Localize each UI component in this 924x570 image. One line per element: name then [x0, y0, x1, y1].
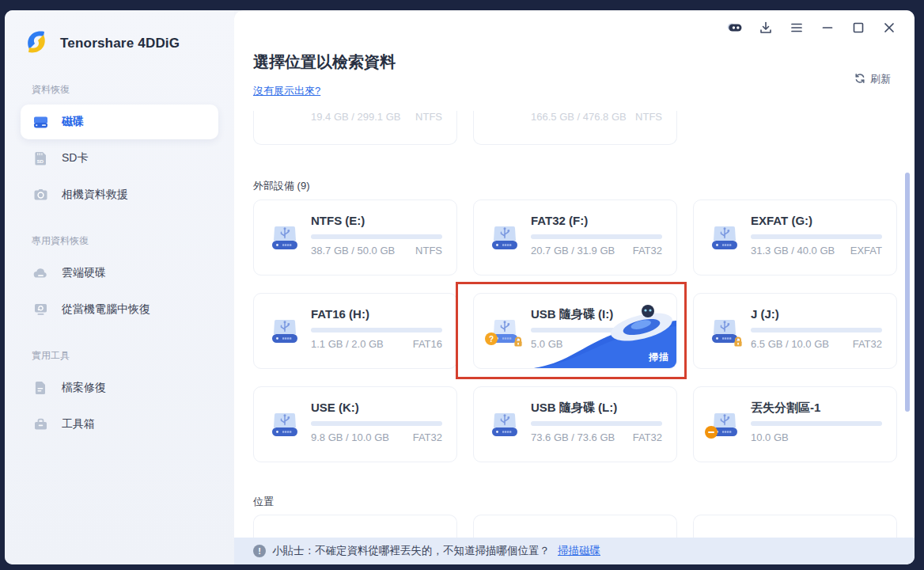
sidebar-item-camera[interactable]: 相機資料救援	[21, 177, 218, 212]
sidebar-item-sd-card[interactable]: SDSD卡	[21, 141, 218, 176]
menu-icon[interactable]	[789, 20, 805, 36]
titlebar	[727, 20, 897, 36]
sidebar-item-label: 磁碟	[62, 115, 84, 129]
capacity-bar	[751, 421, 882, 426]
crashed-computer-icon	[32, 301, 49, 318]
sidebar-item-toolbox[interactable]: 工具箱	[21, 407, 218, 442]
sidebar-section-label: 資料恢復	[32, 83, 207, 97]
usb-drive-icon	[268, 221, 301, 254]
app-logo-icon	[21, 26, 52, 61]
minimize-icon[interactable]	[820, 20, 835, 36]
info-icon: !	[253, 545, 266, 557]
minus-badge-icon	[705, 426, 718, 439]
partial-bottom-row	[253, 515, 897, 538]
device-card[interactable]: USE (K:)9.8 GB / 10.0 GBFAT32	[253, 386, 457, 462]
sidebar-item-label: 工具箱	[62, 417, 95, 431]
device-capacity: 73.6 GB / 73.6 GB	[531, 431, 615, 443]
device-card[interactable]: ?USB 隨身碟 (I:)5.0 GB掃描	[473, 293, 677, 369]
device-card[interactable]: 丟失分割區-110.0 GB	[693, 386, 897, 462]
logo-row: Tenorshare 4DDiG	[21, 26, 218, 61]
tip-text: 小貼士：不確定資料從哪裡丟失的，不知道掃描哪個位置？	[272, 544, 550, 558]
device-name: FAT16 (H:)	[311, 307, 369, 321]
device-filesystem: FAT32	[633, 245, 662, 256]
capacity-bar	[311, 234, 442, 239]
usb-drive-icon	[708, 221, 741, 254]
sidebar-section-label: 專用資料恢復	[32, 234, 207, 248]
sidebar: Tenorshare 4DDiG 資料恢復磁碟SDSD卡相機資料救援專用資料恢復…	[5, 10, 234, 564]
capacity-bar	[311, 328, 442, 332]
partial-device-card[interactable]: 19.4 GB / 299.1 GBNTFS	[253, 111, 457, 145]
usb-drive-icon	[268, 314, 301, 348]
usb-drive-icon	[708, 408, 741, 441]
device-filesystem: FAT16	[413, 338, 442, 350]
device-filesystem: EXFAT	[850, 245, 882, 256]
device-filesystem: NTFS	[635, 111, 662, 123]
sidebar-section-label: 實用工具	[32, 349, 207, 363]
usb-drive-icon	[708, 314, 741, 348]
sidebar-item-crashed-computer[interactable]: 從當機電腦中恢復	[21, 292, 218, 327]
device-card[interactable]: NTFS (E:)38.7 GB / 50.0 GBNTFS	[253, 200, 457, 276]
download-icon[interactable]	[758, 20, 774, 36]
device-name: J (J:)	[751, 307, 779, 321]
camera-icon	[32, 186, 49, 203]
device-capacity: 1.1 GB / 2.0 GB	[311, 338, 384, 350]
device-filesystem: FAT32	[413, 431, 442, 443]
capacity-bar	[751, 328, 882, 332]
bot-icon[interactable]	[727, 20, 743, 36]
device-capacity: 31.3 GB / 40.0 GB	[751, 245, 835, 256]
device-filesystem: FAT32	[853, 338, 882, 350]
partial-top-row: 19.4 GB / 299.1 GBNTFS166.5 GB / 476.8 G…	[253, 111, 677, 145]
device-list-area: 19.4 GB / 299.1 GBNTFS166.5 GB / 476.8 G…	[234, 10, 915, 538]
device-name: 丟失分割區-1	[751, 401, 820, 416]
device-capacity: 6.5 GB / 10.0 GB	[751, 338, 829, 350]
device-filesystem: FAT32	[633, 431, 662, 443]
capacity-bar	[311, 421, 442, 426]
device-capacity: 166.5 GB / 476.8 GB	[531, 111, 627, 123]
partial-device-card[interactable]: 166.5 GB / 476.8 GBNTFS	[473, 111, 677, 145]
device-card[interactable]: FAT32 (F:)20.7 GB / 31.9 GBFAT32	[473, 200, 677, 276]
maximize-icon[interactable]	[850, 20, 866, 36]
close-icon[interactable]	[881, 20, 897, 36]
device-capacity: 9.8 GB / 10.0 GB	[311, 431, 389, 443]
scan-disk-link[interactable]: 掃描磁碟	[558, 544, 600, 558]
sidebar-item-cloud-drive[interactable]: 雲端硬碟	[21, 256, 218, 291]
question-badge-icon: ?	[485, 332, 498, 345]
sidebar-item-label: 相機資料救援	[62, 188, 128, 202]
device-card[interactable]: FAT16 (H:)1.1 GB / 2.0 GBFAT16	[253, 293, 457, 369]
scan-button[interactable]: 掃描	[649, 351, 669, 364]
toolbox-icon	[32, 416, 49, 433]
usb-drive-icon	[268, 408, 301, 441]
app-window: Tenorshare 4DDiG 資料恢復磁碟SDSD卡相機資料救援專用資料恢復…	[5, 10, 915, 564]
partial-location-card[interactable]	[693, 515, 897, 538]
device-name: FAT32 (F:)	[531, 214, 588, 227]
sidebar-item-file-repair[interactable]: 檔案修復	[21, 370, 218, 405]
disk-icon	[32, 113, 49, 131]
lock-badge-icon	[733, 336, 744, 348]
device-name: USE (K:)	[311, 401, 359, 414]
vertical-scrollbar[interactable]	[905, 173, 910, 412]
device-card[interactable]: J (J:)6.5 GB / 10.0 GBFAT32	[693, 293, 897, 369]
device-grid: NTFS (E:)38.7 GB / 50.0 GBNTFSFAT32 (F:)…	[253, 200, 897, 462]
device-card[interactable]: EXFAT (G:)31.3 GB / 40.0 GBEXFAT	[693, 200, 897, 276]
device-capacity: 10.0 GB	[751, 431, 789, 443]
sd-card-icon: SD	[32, 150, 49, 167]
location-section-label: 位置	[253, 495, 274, 509]
device-name: NTFS (E:)	[311, 214, 365, 227]
device-card[interactable]: USB 隨身碟 (L:)73.6 GB / 73.6 GBFAT32	[473, 386, 677, 462]
device-name: USB 隨身碟 (L:)	[531, 401, 617, 416]
sidebar-item-label: SD卡	[62, 151, 88, 165]
sidebar-item-disk[interactable]: 磁碟	[21, 104, 218, 139]
partial-location-card[interactable]	[253, 515, 457, 538]
capacity-bar	[751, 234, 882, 239]
device-filesystem: NTFS	[415, 245, 442, 256]
capacity-bar	[531, 234, 662, 239]
partial-location-card[interactable]	[473, 515, 677, 538]
device-capacity: 38.7 GB / 50.0 GB	[311, 245, 395, 256]
usb-drive-icon	[488, 221, 521, 254]
svg-text:SD: SD	[36, 158, 44, 164]
device-capacity: 20.7 GB / 31.9 GB	[531, 245, 615, 256]
tip-bar: ! 小貼士：不確定資料從哪裡丟失的，不知道掃描哪個位置？ 掃描磁碟	[234, 538, 915, 564]
capacity-bar	[531, 421, 662, 426]
sidebar-item-label: 雲端硬碟	[62, 266, 106, 280]
lock-badge-icon	[513, 336, 524, 348]
